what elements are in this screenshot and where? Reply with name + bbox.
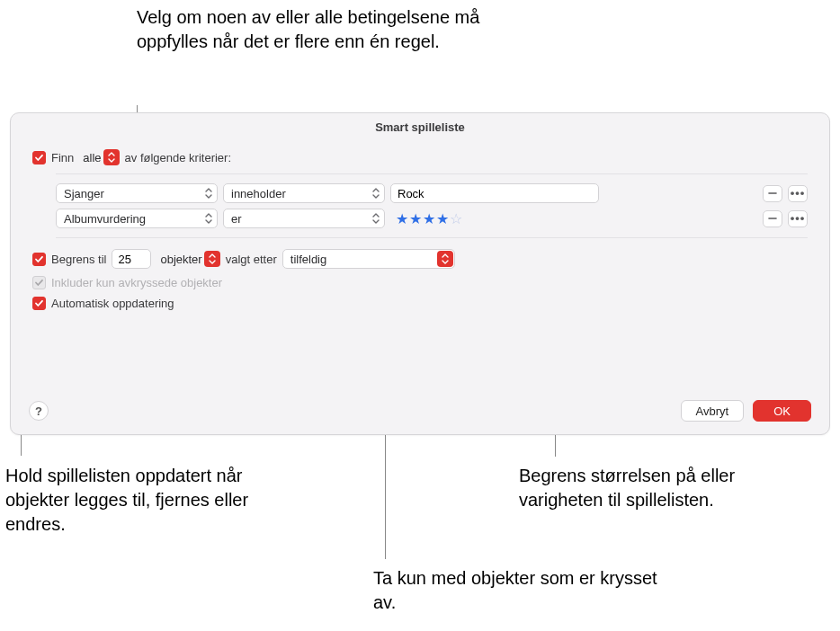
help-button[interactable]: ?: [29, 401, 49, 421]
limit-value-input[interactable]: [112, 249, 151, 269]
match-mode-value: alle: [83, 151, 101, 164]
rule-operator-select[interactable]: inneholder: [223, 183, 385, 203]
rule-more-button[interactable]: •••: [788, 210, 808, 227]
match-checkbox[interactable]: [32, 151, 46, 164]
dialog-footer: ? Avbryt OK: [11, 400, 829, 422]
cancel-button[interactable]: Avbryt: [681, 400, 745, 422]
callout-limit: Begrens størrelsen på eller varigheten t…: [519, 464, 753, 512]
dialog-title: Smart spilleliste: [11, 113, 829, 143]
limit-row: Begrens til objekter valgt etter tilfeld…: [32, 249, 808, 269]
rules-box: Sjanger inneholder ••• Albumvurdering: [56, 173, 808, 238]
limit-label: Begrens til: [51, 253, 106, 266]
match-suffix: av følgende kriterier:: [125, 151, 232, 164]
remove-rule-button[interactable]: [763, 185, 782, 202]
only-checked-checkbox: [32, 276, 46, 289]
match-mode-select[interactable]: alle: [79, 148, 119, 166]
only-checked-label: Inkluder kun avkryssede objekter: [51, 276, 222, 289]
callout-only-checked: Ta kun med objekter som er krysset av.: [373, 566, 661, 615]
minus-icon: [768, 214, 777, 223]
rule-operator-value: er: [231, 212, 242, 226]
remove-rule-button[interactable]: [763, 210, 782, 227]
rule-field-select[interactable]: Sjanger: [56, 183, 218, 203]
only-checked-row: Inkluder kun avkryssede objekter: [32, 276, 808, 289]
rule-row: Albumvurdering er ★★★★☆ •••: [56, 206, 808, 231]
live-update-row: Automatisk oppdatering: [32, 297, 808, 310]
limit-checkbox[interactable]: [32, 253, 46, 266]
limit-unit-value: objekter: [160, 253, 201, 266]
minus-icon: [768, 189, 777, 198]
rule-field-value: Sjanger: [64, 187, 104, 200]
limit-selectedby-select[interactable]: tilfeldig: [282, 249, 455, 269]
live-update-checkbox[interactable]: [32, 297, 46, 310]
match-row: Finn alle av følgende kriterier:: [32, 148, 808, 166]
live-update-label: Automatisk oppdatering: [51, 297, 174, 310]
question-icon: ?: [35, 404, 42, 418]
ok-button[interactable]: OK: [753, 400, 811, 422]
limit-selectedby-label: valgt etter: [226, 253, 277, 266]
limit-unit-select[interactable]: objekter: [156, 250, 219, 268]
match-label: Finn: [51, 151, 74, 164]
rule-field-value: Albumvurdering: [64, 212, 146, 226]
rule-value-input[interactable]: [390, 183, 599, 203]
rule-operator-value: inneholder: [231, 187, 286, 200]
limit-selectedby-value: tilfeldig: [290, 253, 326, 266]
rule-value-stars[interactable]: ★★★★☆: [390, 210, 463, 227]
rule-operator-select[interactable]: er: [223, 209, 385, 228]
callout-match-mode: Velg om noen av eller alle betingelsene …: [137, 5, 514, 54]
smart-playlist-dialog: Smart spilleliste Finn alle av følgende …: [10, 112, 830, 435]
rule-row: Sjanger inneholder •••: [56, 181, 808, 206]
rule-field-select[interactable]: Albumvurdering: [56, 209, 218, 228]
callout-live-update: Hold spillelisten oppdatert når objekter…: [5, 464, 293, 537]
rule-more-button[interactable]: •••: [788, 185, 808, 202]
